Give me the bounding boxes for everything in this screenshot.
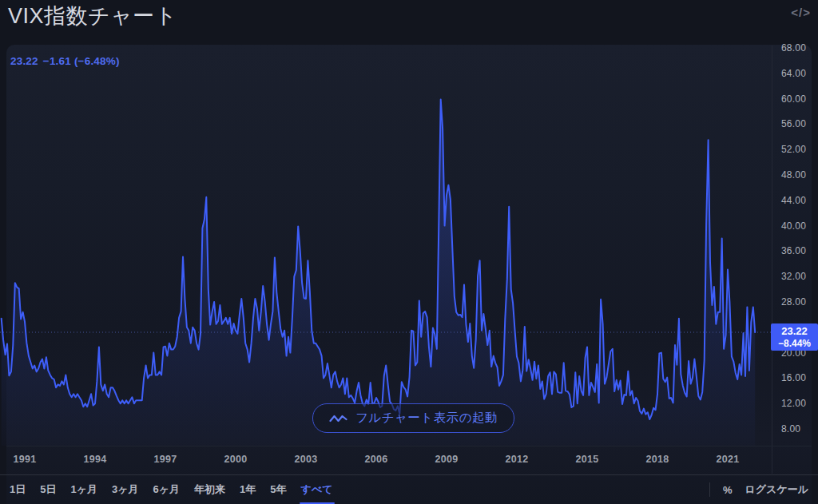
launch-full-chart-label: フルチャート表示の起動 [355, 410, 498, 427]
y-axis-tick: 8.00 [781, 423, 818, 435]
percent-scale-button[interactable]: % [723, 484, 733, 496]
x-axis-tick: 2012 [505, 454, 528, 465]
y-axis-tick: 48.00 [781, 169, 818, 181]
y-axis-tick: 36.00 [781, 244, 818, 257]
line-chart-zigzag-icon [329, 414, 347, 423]
current-price-badge: 23.22 −8.44% [771, 323, 818, 351]
y-axis-tick: 60.00 [781, 93, 818, 105]
chart-card [6, 45, 812, 504]
chart-legend: 23.22−1.61 (−6.48%) [10, 55, 125, 67]
range-button[interactable]: 3ヶ月 [110, 480, 141, 499]
y-axis-tick: 56.00 [781, 117, 818, 130]
range-button[interactable]: 1ヶ月 [69, 480, 99, 499]
range-button[interactable]: 1日 [8, 480, 27, 499]
badge-price: 23.22 [771, 325, 818, 338]
y-axis-tick: 52.00 [781, 143, 818, 156]
range-toolbar: 1日5日1ヶ月3ヶ月6ヶ月年初来1年5年すべて % ログスケール [0, 474, 818, 504]
y-axis-tick: 28.00 [781, 296, 818, 308]
range-button[interactable]: 5年 [268, 480, 288, 499]
range-button[interactable]: 5日 [38, 480, 58, 499]
range-button[interactable]: すべて [300, 480, 335, 499]
page-title: VIX指数チャート [8, 0, 177, 32]
launch-full-chart-button[interactable]: フルチャート表示の起動 [312, 403, 514, 433]
y-axis-tick: 32.00 [781, 270, 818, 283]
range-button[interactable]: 6ヶ月 [152, 480, 182, 499]
x-axis-tick: 2018 [645, 454, 669, 465]
y-axis-tick: 68.00 [781, 42, 818, 54]
x-axis-tick: 2000 [224, 454, 247, 465]
log-scale-button[interactable]: ログスケール [745, 482, 808, 497]
range-button[interactable]: 1年 [238, 480, 257, 499]
y-axis-tick: 16.00 [781, 371, 818, 384]
toolbar-divider [709, 482, 710, 497]
legend-change: −1.61 (−6.48%) [43, 55, 120, 67]
y-axis-tick: 40.00 [781, 220, 818, 232]
x-axis-tick: 2006 [364, 454, 387, 465]
embed-code-icon[interactable]: </> [791, 5, 811, 21]
x-axis-tick: 1997 [153, 454, 177, 465]
badge-change-percent: −8.44% [771, 338, 818, 349]
x-axis-tick: 2003 [294, 454, 317, 465]
x-axis-tick: 1994 [83, 454, 106, 465]
y-axis-tick: 64.00 [781, 67, 818, 80]
range-button[interactable]: 年初来 [193, 480, 227, 499]
y-axis-tick: 12.00 [781, 397, 818, 410]
x-axis-tick: 1991 [13, 454, 36, 465]
y-axis-tick: 44.00 [781, 194, 818, 207]
x-axis-tick: 2015 [575, 454, 598, 465]
y-axis-separator [772, 46, 772, 474]
x-axis-tick: 2021 [716, 454, 739, 465]
x-axis-tick: 2009 [435, 454, 458, 465]
legend-price: 23.22 [10, 55, 38, 67]
x-axis[interactable]: 1991199419972000200320062009201220152018… [6, 446, 812, 474]
